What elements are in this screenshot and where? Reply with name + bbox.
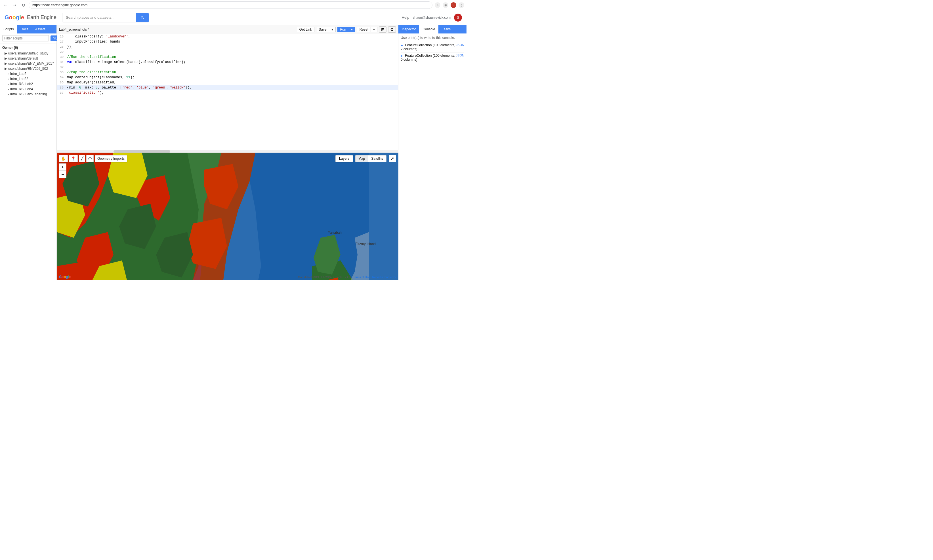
line-content: var classified = image.select(bands).cla… (66, 60, 398, 65)
filter-input[interactable] (2, 35, 49, 42)
tab-scripts[interactable]: Scripts (0, 25, 17, 34)
json-link-0[interactable]: JSON (456, 43, 464, 46)
file-intro-rs-lab4[interactable]: ▪ Intro_RS_Lab4 (0, 86, 57, 92)
reset-button[interactable]: Reset (357, 27, 371, 32)
line-content: classProperty: 'landcover', (66, 34, 398, 39)
map-attribution: Map data ©2019 GBRMPA, Google 2 km Terms… (298, 276, 396, 279)
search-button[interactable] (136, 13, 149, 22)
file-intro-rs-lab2[interactable]: ▪ Intro_RS_Lab2 (0, 82, 57, 86)
line-content: 'classification'); (66, 90, 398, 95)
scrollbar-thumb[interactable] (114, 150, 170, 152)
get-link-button[interactable]: Get Link (297, 27, 315, 32)
line-number: 32 (57, 65, 66, 70)
folder-env202[interactable]: ▶ users/shaun/ENV202_502 (0, 66, 57, 71)
menu-icon[interactable]: ⋮ (459, 2, 464, 8)
file-intro-rs-lab5[interactable]: ▪ Intro_RS_Lab5_charting (0, 92, 57, 97)
line-content (66, 49, 398, 54)
console-item-1[interactable]: ▶ FeatureCollection (100 elements, 0 col… (401, 52, 464, 63)
tab-inspector[interactable]: Inspector (399, 25, 419, 34)
reset-btn-group: Reset ▾ (357, 27, 377, 32)
line-content: Map.centerObject(classNames, 11); (66, 75, 398, 80)
tab-assets[interactable]: Assets (32, 25, 49, 34)
console-content: Use print(...) to write to this console.… (399, 34, 466, 280)
json-link-1[interactable]: JSON (456, 54, 464, 57)
panel-tabs: Scripts Docs Assets (0, 25, 57, 34)
folder-env-emm[interactable]: ▶ users/shaun/ENV_EMM_2017 (0, 61, 57, 66)
place-label-yarrabah: Yarrabah (328, 231, 342, 235)
file-intro-lab22[interactable]: ▪ Intro_Lab22 (0, 76, 57, 82)
code-line: 31var classified = image.select(bands).c… (57, 60, 398, 65)
map-type-map-button[interactable]: Map (355, 155, 368, 162)
file-intro-lab2[interactable]: ▪ Intro_Lab2 (0, 71, 57, 76)
scale-label: 2 km (345, 276, 351, 279)
layers-button[interactable]: Layers (336, 155, 353, 162)
zoom-in-button[interactable]: + (59, 163, 66, 171)
search-input[interactable] (62, 13, 136, 22)
profile-icon[interactable]: S (451, 2, 456, 8)
back-button[interactable]: ← (2, 2, 9, 9)
map-type-satellite-button[interactable]: Satellite (368, 155, 386, 162)
left-panel: Scripts Docs Assets NEW ▾ Owner (6) ▶ us… (0, 25, 57, 280)
search-bar[interactable] (62, 13, 149, 22)
console-hint: Use print(...) to write to this console. (401, 36, 464, 40)
browser-icons: ☆ ⊞ S ⋮ (435, 2, 464, 8)
hand-tool-button[interactable]: ✋ (59, 155, 68, 162)
polygon-tool-button[interactable]: ⬠ (86, 155, 94, 162)
help-button[interactable]: Help (402, 15, 410, 20)
product-name: Earth Engine (27, 14, 57, 20)
code-line: 32 (57, 65, 398, 70)
line-tool-button[interactable]: ╱ (79, 155, 85, 162)
tab-docs[interactable]: Docs (17, 25, 32, 34)
reset-dropdown-button[interactable]: ▾ (371, 27, 377, 32)
search-icon (140, 15, 145, 20)
user-avatar[interactable]: S (454, 14, 462, 22)
settings-button[interactable]: ⚙ (388, 26, 396, 32)
folder-buffalo[interactable]: ▶ users/shaun/Buffalo_study (0, 51, 57, 56)
line-content: //Map the classification (66, 70, 398, 75)
run-dropdown-button[interactable]: ▾ (348, 27, 355, 32)
folder-default[interactable]: ▶ users/shaun/default (0, 56, 57, 61)
header-right: Help shaun@shaunlevick.com S (402, 14, 462, 22)
extensions-icon[interactable]: ⊞ (443, 2, 448, 8)
google-map-logo: Google (59, 275, 71, 279)
map-tool-row: ✋ 📍 ╱ ⬠ Geometry Imports (59, 155, 127, 162)
app-header: Google Earth Engine Help shaun@shaunlevi… (0, 10, 466, 25)
file-icon: ▪ (8, 88, 9, 91)
code-line: 33//Map the classification (57, 70, 398, 75)
url-bar[interactable]: https://code.earthengine.google.com (29, 2, 433, 9)
refresh-button[interactable]: ↻ (20, 2, 26, 9)
marker-tool-button[interactable]: 📍 (69, 155, 78, 162)
place-label-fitzroy: Fitzroy Island (356, 242, 376, 246)
run-button[interactable]: Run (337, 27, 348, 32)
line-number: 27 (57, 39, 66, 44)
browser-chrome: ← → ↻ https://code.earthengine.google.co… (0, 0, 466, 10)
line-content: }); (66, 44, 398, 49)
line-number: 37 (57, 90, 66, 95)
code-editor[interactable]: 26 classProperty: 'landcover',27 inputPr… (57, 34, 398, 150)
line-number: 35 (57, 80, 66, 85)
save-button[interactable]: Save (316, 27, 329, 32)
filter-bar: NEW ▾ (0, 34, 57, 43)
forward-button[interactable]: → (11, 2, 18, 9)
star-icon[interactable]: ☆ (435, 2, 440, 8)
zoom-controls: + − (59, 163, 127, 178)
code-toolbar: Lab4_screenshots * Get Link Save ▾ Run ▾… (57, 25, 398, 34)
grid-view-button[interactable]: ⊞ (379, 26, 386, 32)
geometry-imports-label: Geometry Imports (95, 155, 127, 162)
tab-tasks[interactable]: Tasks (439, 25, 454, 34)
file-icon: ▪ (8, 72, 9, 75)
fullscreen-button[interactable]: ⤢ (389, 155, 396, 162)
report-link[interactable]: Report a map error (372, 276, 396, 279)
terms-link[interactable]: Terms of Use (353, 276, 370, 279)
tab-console[interactable]: Console (419, 25, 439, 34)
tab-label[interactable]: Lab4_screenshots * (59, 28, 89, 31)
console-item-0[interactable]: ▶ FeatureCollection (100 elements, 2 col… (401, 42, 464, 52)
line-number: 36 (57, 85, 66, 90)
code-line: 29 (57, 49, 398, 54)
file-icon: ▪ (8, 93, 9, 96)
code-line: 35Map.addLayer(classified, (57, 80, 398, 85)
browser-toolbar: ← → ↻ https://code.earthengine.google.co… (0, 0, 466, 10)
save-dropdown-button[interactable]: ▾ (329, 27, 336, 32)
zoom-out-button[interactable]: − (59, 171, 66, 178)
code-scrollbar[interactable] (57, 150, 398, 152)
